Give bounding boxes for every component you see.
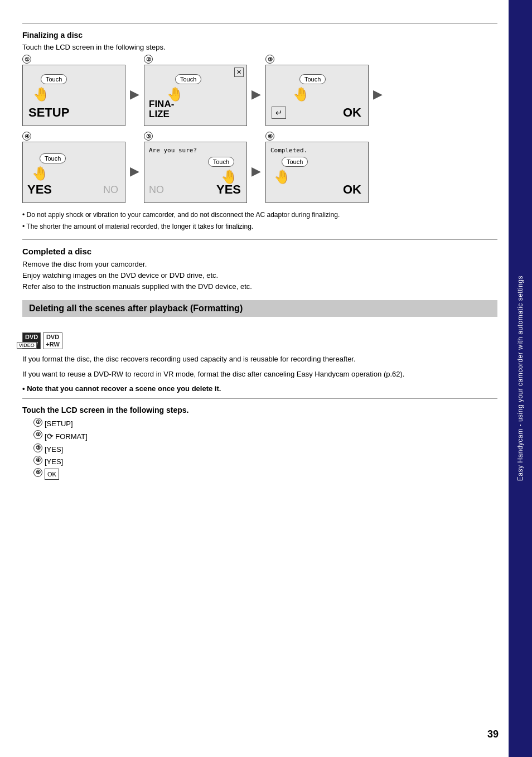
step2-wrapper: ② ✕ Touch 🤚 FINA-LIZE (144, 65, 247, 126)
step5-touch: Touch (208, 157, 234, 167)
step5-box: Are you sure? Touch 🤚 NO YES (144, 142, 247, 203)
completed-title: Completed a disc (22, 247, 497, 256)
lcd-step5-label: OK (45, 468, 59, 480)
finalizing-title: Finalizing a disc (22, 31, 497, 40)
step3-ok-label: OK (343, 105, 361, 120)
sidebar-text: Easy Handycam - using your camcorder wit… (516, 276, 524, 481)
deleting-body1: If you format the disc, the disc recover… (22, 354, 497, 365)
step6-hand-icon: 🤚 (274, 169, 291, 185)
video-badge-wrapper: VIDEO (17, 339, 37, 349)
divider3 (22, 398, 497, 399)
dvd-badge-group2: DVD+RW (43, 332, 62, 349)
deleting-highlight: Deleting all the scenes after playback (… (22, 300, 497, 317)
lcd-step1-num: ① (33, 418, 42, 427)
step4-number: ④ (22, 132, 31, 141)
step4-no-label: NO (103, 184, 118, 196)
completed-line1: Remove the disc from your camcorder. (22, 259, 497, 270)
step3-hand-icon: 🤚 (293, 86, 309, 102)
top-divider (22, 23, 497, 24)
finalizing-subtitle: Touch the LCD screen in the following st… (22, 43, 497, 51)
deleting-title: Deleting all the scenes after playback (… (29, 303, 491, 314)
finalizing-section: Finalizing a disc Touch the LCD screen i… (22, 31, 497, 232)
step1-touch: Touch (41, 74, 67, 84)
arrow2: ▶ (252, 87, 261, 102)
step6-box: Completed. Touch 🤚 OK (265, 142, 369, 203)
lcd-step1-label: [SETUP] (45, 418, 73, 430)
step2-number: ② (144, 55, 153, 64)
step2-box: ✕ Touch 🤚 FINA-LIZE (144, 65, 247, 126)
lcd-step2-label: [⟳ FORMAT] (45, 430, 88, 443)
step2-finalize-label: FINA-LIZE (149, 99, 174, 120)
step1-box: Touch 🤚 SETUP (22, 65, 125, 126)
step5-yes-label: YES (216, 182, 241, 197)
step6-ok-label: OK (343, 182, 361, 197)
deleting-section: Deleting all the scenes after playback (… (22, 300, 497, 480)
arrow4: ▶ (130, 164, 139, 179)
lcd-step2: ② [⟳ FORMAT] (33, 430, 497, 443)
step5-no-label: NO (149, 184, 164, 196)
arrow3: ▶ (373, 87, 383, 102)
step1-number: ① (22, 55, 31, 64)
lcd-step4-num: ④ (33, 456, 42, 465)
step3-touch: Touch (299, 74, 326, 84)
completed-section: Completed a disc Remove the disc from yo… (22, 247, 497, 292)
lcd-steps-title: Touch the LCD screen in the following st… (22, 406, 497, 414)
bullet-points: • Do not apply shock or vibration to you… (22, 210, 497, 232)
divider2 (22, 239, 497, 240)
completed-line3: Refer also to the instruction manuals su… (22, 281, 497, 292)
page-number: 39 (487, 729, 499, 740)
completed-line2: Enjoy watching images on the DVD device … (22, 270, 497, 281)
step5-number: ⑤ (144, 132, 153, 141)
step3-wrapper: ③ Touch 🤚 ↵ OK (265, 65, 369, 126)
lcd-step2-num: ② (33, 430, 42, 439)
lcd-step5-num: ⑤ (33, 468, 42, 477)
step5-areyousure: Are you sure? (149, 147, 197, 154)
deleting-note: • Note that you cannot recover a scene o… (22, 384, 497, 393)
step6-touch: Touch (282, 157, 308, 167)
lcd-steps-list: ① [SETUP] ② [⟳ FORMAT] ③ [YES] ④ [YES] ⑤ (33, 418, 497, 480)
lcd-step1: ① [SETUP] (33, 418, 497, 430)
step2-touch: Touch (175, 74, 201, 84)
step4-wrapper: ④ Touch 🤚 YES NO (22, 142, 125, 203)
page-container: Finalizing a disc Touch the LCD screen i… (0, 0, 532, 757)
lcd-step3-label: [YES] (45, 443, 63, 456)
step6-number: ⑥ (265, 132, 274, 141)
lcd-step4: ④ [YES] (33, 456, 497, 468)
step4-touch: Touch (40, 153, 66, 163)
deleting-body2: If you want to reuse a DVD-RW to record … (22, 369, 497, 380)
bullet2: • The shorter the amount of material rec… (22, 221, 497, 232)
lcd-step5: ⑤ OK (33, 468, 497, 480)
step1-setup-label: SETUP (28, 105, 69, 120)
lcd-step3-num: ③ (33, 443, 42, 452)
step1-wrapper: ① Touch 🤚 SETUP (22, 65, 125, 126)
main-content: Finalizing a disc Touch the LCD screen i… (0, 0, 509, 757)
ok-box-inline: OK (45, 469, 59, 480)
step4-hand-icon: 🤚 (32, 166, 49, 181)
step4-yes-label: YES (27, 182, 52, 197)
step6-completed-text: Completed. (270, 147, 307, 154)
step3-box: Touch 🤚 ↵ OK (265, 65, 369, 126)
dvd-prw-badge: DVD+RW (43, 332, 62, 349)
step4-box: Touch 🤚 YES NO (22, 142, 125, 203)
arrow1: ▶ (130, 87, 139, 102)
step1-hand-icon: 🤚 (33, 86, 50, 102)
sidebar: Easy Handycam - using your camcorder wit… (509, 0, 532, 757)
back-arrow-icon: ↵ (272, 107, 286, 119)
video-badge: VIDEO (17, 342, 37, 349)
step3-number: ③ (265, 55, 274, 64)
step2-close-icon: ✕ (234, 67, 244, 77)
arrow5: ▶ (252, 164, 261, 179)
bullet1: • Do not apply shock or vibration to you… (22, 210, 497, 220)
lcd-step4-label: [YES] (45, 456, 63, 468)
dvd-badges: DVD-RW DVD+RW VIDEO (22, 322, 497, 349)
step5-wrapper: ⑤ Are you sure? Touch 🤚 NO YES (144, 142, 247, 203)
lcd-step3: ③ [YES] (33, 443, 497, 456)
step6-wrapper: ⑥ Completed. Touch 🤚 OK (265, 142, 369, 203)
